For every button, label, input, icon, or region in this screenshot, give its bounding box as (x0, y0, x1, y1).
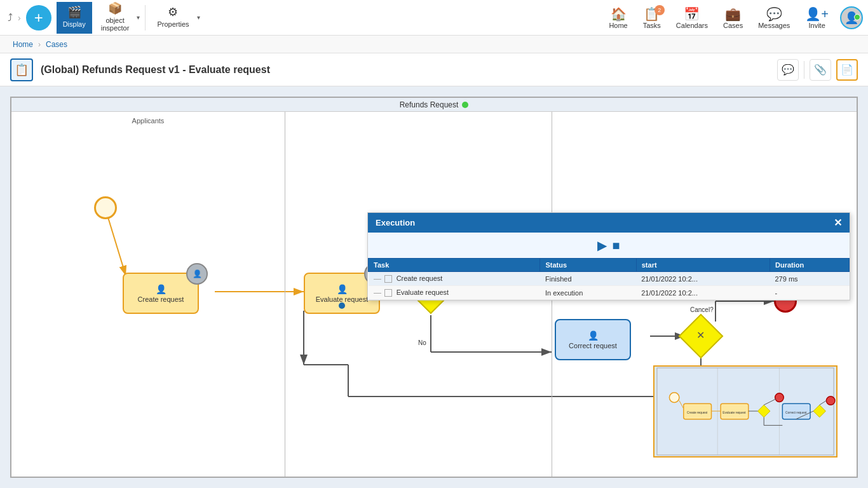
nav-tasks[interactable]: 📋 2 Tasks (639, 6, 665, 29)
no-flow-label-1: No (418, 339, 426, 346)
lane-label-applicants: Applicants (11, 112, 285, 125)
calendars-label: Calendars (676, 22, 708, 29)
home-label: Home (609, 22, 627, 29)
diagram-area[interactable]: Refunds Request (10, 97, 858, 478)
breadcrumb-cases[interactable]: Cases (46, 40, 67, 49)
exec-task-label-2: Evaluate request (397, 288, 449, 296)
user-task-icon-1: 👤 (156, 284, 166, 294)
process-status-dot (462, 102, 468, 108)
exec-status-2: In execution (540, 286, 636, 300)
tree-line-2 (374, 293, 381, 294)
exec-start-1: 21/01/2022 10:2... (636, 272, 770, 286)
execution-header: Execution ✕ (368, 213, 850, 233)
tasks-badge: 2 (654, 5, 665, 15)
nav-cases[interactable]: 💼 Cases (719, 6, 747, 29)
nav-home[interactable]: 🏠 Home (605, 6, 631, 29)
toolbar-separator-1 (145, 5, 146, 30)
nav-messages[interactable]: 💬 Messages (754, 6, 794, 29)
col-duration: Duration (770, 259, 849, 272)
user-avatar-wrap: 👤 (840, 6, 863, 29)
diagram-title-bar: Refunds Request (11, 98, 857, 112)
exec-row-1: Create request Finished 21/01/2022 10:2.… (369, 272, 850, 286)
nav-calendars[interactable]: 📅 Calendars (672, 6, 712, 29)
active-indicator-dot (339, 302, 345, 309)
object-inspector-label: object inspector (101, 17, 130, 32)
execution-controls: ▶ ■ (368, 233, 850, 258)
evaluate-request-label: Evaluate request (316, 295, 369, 303)
page-icon: 📋 (10, 58, 33, 81)
online-status-dot (854, 14, 860, 20)
task-correct-request[interactable]: 👤 Correct request (555, 319, 631, 360)
breadcrumb: Home › Cases (0, 36, 868, 53)
exec-duration-2: - (770, 286, 849, 300)
thumbnail-svg: Create request Evaluate request Correct … (654, 367, 836, 456)
properties-dropdown[interactable]: ▾ (197, 14, 200, 21)
tasks-label: Tasks (643, 22, 661, 29)
nav-back-icon[interactable]: ⤴ (5, 10, 15, 26)
svg-text:Correct request: Correct request (785, 411, 807, 414)
svg-line-2 (105, 209, 126, 276)
svg-text:Create request: Create request (687, 411, 708, 414)
add-button[interactable]: + (26, 5, 51, 30)
toolbar-right: 🏠 Home 📋 2 Tasks 📅 Calendars 💼 Cases 💬 M… (605, 6, 863, 29)
svg-point-21 (669, 393, 679, 403)
page-title: (Global) Refunds Request v1 - Evaluate r… (41, 64, 770, 76)
exec-task-label-1: Create request (397, 274, 443, 282)
display-icon: 🎬 (67, 5, 81, 19)
stop-button[interactable]: ■ (612, 238, 620, 253)
messages-icon: 💬 (766, 6, 782, 22)
object-inspector-icon: 📦 (108, 1, 122, 15)
create-request-label: Create request (138, 295, 184, 303)
display-label: Display (63, 20, 86, 28)
object-inspector-dropdown[interactable]: ▾ (137, 14, 140, 21)
task-checkbox-1[interactable] (384, 275, 392, 283)
play-button[interactable]: ▶ (597, 238, 607, 253)
object-inspector-button[interactable]: 📦 object inspector (95, 2, 136, 34)
calendars-icon: 📅 (684, 6, 700, 22)
exec-status-1: Finished (540, 272, 636, 286)
exec-task-1: Create request (369, 272, 540, 286)
execution-panel: Execution ✕ ▶ ■ Task Status start Durati… (367, 212, 850, 301)
nav-forward-icon: › (18, 13, 21, 23)
task-checkbox-2[interactable] (384, 289, 392, 297)
properties-button[interactable]: ⚙ Properties (151, 2, 195, 34)
start-event[interactable] (94, 196, 117, 219)
properties-icon: ⚙ (168, 5, 178, 19)
svg-text:Evaluate request: Evaluate request (722, 411, 746, 414)
invite-icon: 👤+ (805, 6, 829, 22)
col-status: Status (540, 259, 636, 272)
execution-table: Task Status start Duration Create reques… (368, 258, 850, 300)
breadcrumb-home[interactable]: Home (13, 40, 33, 49)
exec-start-2: 21/01/2022 10:2... (636, 286, 770, 300)
list-view-button[interactable]: 📄 (836, 59, 858, 81)
home-icon: 🏠 (611, 6, 627, 22)
correct-request-label: Correct request (569, 342, 617, 349)
comment-button[interactable]: 💬 (777, 59, 799, 81)
main-content: Refunds Request (0, 86, 868, 488)
cancel-label: Cancel? (690, 306, 714, 313)
page-header: 📋 (Global) Refunds Request v1 - Evaluate… (0, 53, 868, 86)
gateway-cancel[interactable]: ✕ (679, 314, 724, 359)
cases-icon: 💼 (725, 6, 741, 22)
tree-line-1 (374, 279, 381, 280)
exec-duration-1: 279 ms (770, 272, 849, 286)
toolbar: ⤴ › + 🎬 Display 📦 object inspector ▾ ⚙ P… (0, 0, 868, 36)
header-divider (804, 61, 804, 79)
exec-row-2: Evaluate request In execution 21/01/2022… (369, 286, 850, 300)
invite-label: Invite (809, 22, 825, 29)
nav-invite[interactable]: 👤+ Invite (801, 6, 832, 29)
gateway-x-icon-2: ✕ (696, 329, 705, 341)
user-task-icon-3: 👤 (588, 330, 599, 341)
attachment-button[interactable]: 📎 (810, 59, 831, 81)
breadcrumb-separator: › (38, 40, 41, 49)
toolbar-left: ⤴ › + 🎬 Display 📦 object inspector ▾ ⚙ P… (5, 2, 200, 34)
properties-label: Properties (157, 20, 189, 28)
execution-close-button[interactable]: ✕ (834, 217, 842, 229)
thumbnail-panel[interactable]: Create request Evaluate request Correct … (653, 365, 837, 458)
user-task-icon-2: 👤 (337, 284, 348, 294)
display-button[interactable]: 🎬 Display (57, 2, 92, 34)
lane-separator-1 (285, 112, 285, 477)
col-start: start (636, 259, 770, 272)
svg-point-31 (826, 396, 835, 405)
execution-title: Execution (376, 218, 415, 227)
